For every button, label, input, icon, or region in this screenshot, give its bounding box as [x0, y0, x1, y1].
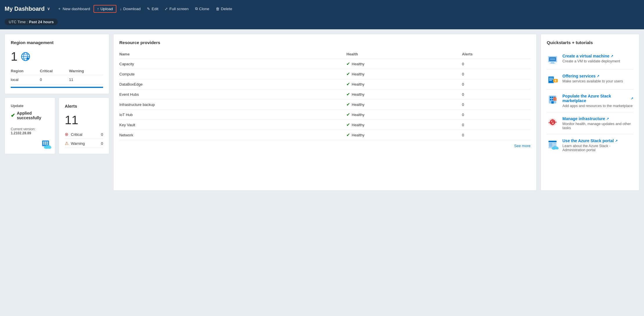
rp-health-cell: ✔ Healthy: [346, 110, 462, 120]
utc-value: Past 24 hours: [29, 20, 54, 24]
qs-desc-azure-portal: Learn about the Azure Stack - Administra…: [562, 144, 633, 152]
delete-label: Delete: [221, 7, 232, 11]
resource-providers-card: Resource providers Name Health Alerts Ca…: [113, 34, 537, 191]
critical-alert-row[interactable]: ⊗ Critical 0: [65, 130, 103, 139]
right-column: Quickstarts + tutorials Create a virtual…: [541, 34, 639, 191]
warning-icon: ⚠: [65, 141, 69, 146]
delete-button[interactable]: 🗑 Delete: [213, 5, 235, 13]
svg-rect-25: [548, 77, 554, 83]
rp-health-cell: ✔ Healthy: [346, 130, 462, 140]
critical-icon: ⊗: [65, 132, 69, 137]
quickstart-item-azure-portal[interactable]: Use the Azure Stack portal ↗ Learn about…: [547, 134, 633, 156]
quickstart-item-marketplace[interactable]: Populate the Azure Stack marketplace ↗ A…: [547, 90, 633, 112]
svg-point-15: [44, 146, 48, 149]
qs-link-azure-portal[interactable]: Use the Azure Stack portal ↗: [562, 138, 633, 143]
see-more-link[interactable]: See more: [514, 144, 530, 148]
region-management-card: Region management 1 Regi: [5, 34, 109, 94]
svg-rect-48: [553, 143, 556, 145]
utc-label: UTC Time :: [9, 20, 28, 24]
svg-rect-41: [553, 98, 557, 101]
update-card: Update ✔ Applied successfully Current ve…: [5, 97, 55, 154]
table-row[interactable]: Network ✔ Healthy 0: [119, 130, 530, 140]
globe-icon: [20, 51, 31, 62]
svg-rect-47: [549, 143, 553, 147]
alerts-title: Alerts: [65, 104, 103, 109]
utc-badge[interactable]: UTC Time : Past 24 hours: [5, 19, 58, 25]
rp-name-cell: Compute: [119, 69, 346, 79]
svg-rect-23: [550, 58, 555, 60]
table-row[interactable]: Compute ✔ Healthy 0: [119, 69, 530, 79]
health-status: Healthy: [352, 102, 364, 107]
table-row[interactable]: DataBoxEdge ✔ Healthy 0: [119, 79, 530, 89]
rp-name-cell: Key Vault: [119, 120, 346, 130]
edit-button[interactable]: ✎ Edit: [144, 5, 161, 13]
fullscreen-button[interactable]: ⤢ Full screen: [162, 5, 191, 13]
clone-button[interactable]: ⧉ Clone: [192, 5, 212, 13]
rp-alerts-cell: 0: [462, 59, 530, 69]
resource-providers-table: Name Health Alerts Capacity ✔ Healthy 0 …: [119, 50, 530, 140]
quickstart-item-manage-infra[interactable]: Manage infrastructure ↗ Monitor health, …: [547, 112, 633, 134]
table-row[interactable]: Event Hubs ✔ Healthy 0: [119, 89, 530, 100]
table-row[interactable]: IoT Hub ✔ Healthy 0: [119, 110, 530, 120]
marketplace-icon: [547, 94, 558, 105]
manage-infra-icon: [547, 116, 558, 128]
qs-link-marketplace[interactable]: Populate the Azure Stack marketplace ↗: [562, 94, 633, 103]
rp-alerts-cell: 0: [462, 100, 530, 110]
quickstart-item-create-vm[interactable]: Create a virtual machine ↗ Create a VM t…: [547, 50, 633, 70]
create-vm-icon: [547, 54, 558, 65]
quickstart-item-offering-services[interactable]: Offering services ↗ Make services availa…: [547, 70, 633, 90]
table-row[interactable]: Key Vault ✔ Healthy 0: [119, 120, 530, 130]
svg-rect-10: [47, 142, 48, 143]
table-row[interactable]: Infrastructure backup ✔ Healthy 0: [119, 100, 530, 110]
warning-col-header: Warning: [69, 67, 103, 75]
external-link-icon: ↗: [606, 117, 609, 121]
warning-cell: 11: [69, 75, 103, 84]
rp-alerts-cell: 0: [462, 89, 530, 100]
svg-rect-35: [552, 97, 553, 98]
external-link-icon: ↗: [631, 97, 633, 100]
critical-cell: 0: [40, 75, 69, 84]
svg-rect-8: [43, 142, 44, 143]
svg-rect-20: [551, 62, 554, 63]
qs-link-manage-infra[interactable]: Manage infrastructure ↗: [562, 116, 633, 121]
table-row[interactable]: local 0 11: [11, 75, 103, 84]
title-chevron-icon[interactable]: ∨: [47, 6, 50, 11]
fullscreen-label: Full screen: [169, 7, 188, 11]
left-column: Region management 1 Regi: [5, 34, 109, 154]
qs-text-offering-services: Offering services ↗ Make services availa…: [562, 74, 623, 83]
table-row[interactable]: Capacity ✔ Healthy 0: [119, 59, 530, 69]
region-cell: local: [11, 75, 40, 84]
alerts-card: Alerts 11 ⊗ Critical 0 ⚠ Warning 0: [59, 97, 109, 154]
svg-rect-11: [43, 143, 44, 145]
warning-alert-row[interactable]: ⚠ Warning 0: [65, 139, 103, 148]
qs-link-offering-services[interactable]: Offering services ↗: [562, 74, 623, 78]
health-check-icon: ✔: [346, 82, 350, 87]
rp-alerts-cell: 0: [462, 79, 530, 89]
rp-alerts-header: Alerts: [462, 50, 530, 59]
rp-alerts-cell: 0: [462, 110, 530, 120]
clone-label: Clone: [199, 7, 209, 11]
critical-label: Critical: [71, 132, 99, 137]
edit-icon: ✎: [147, 7, 150, 11]
rp-name-cell: Event Hubs: [119, 89, 346, 100]
toolbar: ＋ New dashboard ↑ Upload ↓ Download ✎ Ed…: [55, 4, 235, 13]
version-label: Current version:: [11, 127, 49, 131]
bottom-row: Update ✔ Applied successfully Current ve…: [5, 97, 109, 154]
see-more-section: See more: [119, 140, 530, 148]
qs-link-create-vm[interactable]: Create a virtual machine ↗: [562, 54, 620, 58]
update-status-text: Applied successfully: [17, 111, 49, 120]
rp-health-cell: ✔ Healthy: [346, 79, 462, 89]
health-check-icon: ✔: [346, 102, 350, 107]
rp-name-cell: IoT Hub: [119, 110, 346, 120]
alerts-count: 11: [65, 113, 103, 127]
region-table: Region Critical Warning local 0 11: [11, 67, 103, 84]
health-check-icon: ✔: [346, 132, 350, 138]
region-col-header: Region: [11, 67, 40, 75]
upload-button[interactable]: ↑ Upload: [93, 5, 116, 13]
new-dashboard-button[interactable]: ＋ New dashboard: [55, 4, 93, 13]
offering-services-icon: [547, 74, 558, 85]
svg-rect-40: [551, 101, 554, 104]
version-number: 1.2102.28.89: [11, 131, 49, 135]
download-button[interactable]: ↓ Download: [117, 5, 144, 13]
qs-text-create-vm: Create a virtual machine ↗ Create a VM t…: [562, 54, 620, 63]
